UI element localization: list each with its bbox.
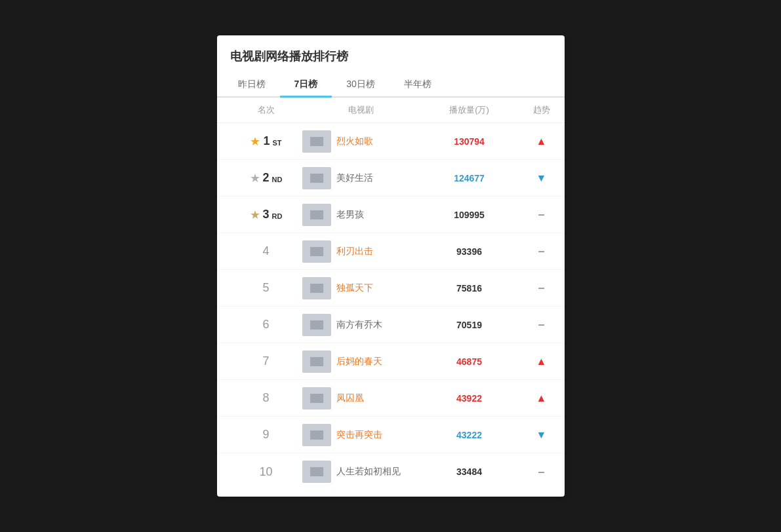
rank-cell-9: 9 — [230, 428, 302, 442]
rank-suffix: ST — [272, 139, 281, 147]
drama-thumbnail — [302, 130, 331, 153]
drama-name: 老男孩 — [336, 209, 364, 221]
col-drama: 电视剧 — [302, 104, 420, 116]
rank-cell-5: 5 — [230, 281, 302, 295]
trend-icon: ▲ — [536, 136, 547, 147]
table-row: 9突击再突击43222▼ — [217, 417, 565, 453]
drama-name: 美好生活 — [336, 172, 373, 184]
drama-thumbnail — [302, 351, 331, 373]
rank-number: 2 — [263, 171, 270, 185]
rank-number: 10 — [259, 465, 272, 479]
trend-cell: ▲ — [519, 136, 565, 147]
trend-cell: ▼ — [519, 172, 565, 184]
drama-thumbnail — [302, 461, 331, 483]
drama-cell: 美好生活 — [302, 167, 420, 189]
tab-0[interactable]: 昨日榜 — [224, 73, 280, 98]
table-row: ★3RD老男孩109995– — [217, 197, 565, 233]
drama-thumbnail — [302, 424, 331, 446]
trend-icon: ▼ — [536, 172, 547, 184]
drama-name: 后妈的春天 — [336, 356, 382, 368]
views-cell: 46875 — [420, 356, 519, 367]
rank-cell-8: 8 — [230, 391, 302, 405]
table-header: 名次 电视剧 播放量(万) 趋势 — [217, 98, 565, 123]
drama-name: 人生若如初相见 — [336, 466, 401, 478]
drama-thumbnail — [302, 240, 331, 263]
ranking-card: 电视剧网络播放排行榜 昨日榜7日榜30日榜半年榜 名次 电视剧 播放量(万) 趋… — [217, 35, 565, 497]
drama-name: 突击再突击 — [336, 429, 382, 441]
rank-cell-10: 10 — [230, 465, 302, 479]
drama-thumbnail — [302, 167, 331, 189]
views-cell: 124677 — [420, 173, 519, 183]
table-row: 6南方有乔木70519– — [217, 307, 565, 343]
col-views: 播放量(万) — [420, 104, 519, 116]
table-body: ★1ST烈火如歌130794▲★2ND美好生活124677▼★3RD老男孩109… — [217, 123, 565, 490]
trend-cell: ▲ — [519, 356, 565, 368]
drama-cell: 利刃出击 — [302, 240, 420, 263]
table-row: ★1ST烈火如歌130794▲ — [217, 123, 565, 160]
table-row: 10人生若如初相见33484– — [217, 453, 565, 490]
col-trend: 趋势 — [519, 104, 565, 116]
views-cell: 130794 — [420, 136, 519, 147]
star-icon: ★ — [250, 208, 260, 222]
trend-cell: ▼ — [519, 429, 565, 441]
rank-number: 5 — [262, 281, 269, 295]
tab-2[interactable]: 30日榜 — [332, 73, 390, 98]
drama-cell: 南方有乔木 — [302, 314, 420, 336]
star-icon: ★ — [250, 134, 260, 149]
trend-icon: – — [538, 281, 544, 295]
table-row: 7后妈的春天46875▲ — [217, 343, 565, 380]
trend-cell: – — [519, 465, 565, 479]
rank-cell-4: 4 — [230, 244, 302, 258]
trend-icon: ▲ — [536, 356, 547, 368]
table-row: 8凤囚凰43922▲ — [217, 380, 565, 417]
tabs-container: 昨日榜7日榜30日榜半年榜 — [217, 73, 565, 98]
drama-cell: 独孤天下 — [302, 277, 420, 299]
views-cell: 33484 — [420, 466, 519, 477]
drama-name: 凤囚凰 — [336, 392, 364, 404]
table-row: ★2ND美好生活124677▼ — [217, 160, 565, 197]
card-title: 电视剧网络播放排行榜 — [217, 48, 565, 73]
drama-cell: 老男孩 — [302, 204, 420, 226]
drama-thumbnail — [302, 387, 331, 409]
rank-number: 6 — [262, 318, 269, 332]
trend-cell: – — [519, 244, 565, 258]
table-row: 4利刃出击93396– — [217, 233, 565, 270]
rank-cell-2: ★2ND — [230, 171, 302, 185]
rank-number: 1 — [263, 134, 270, 148]
rank-suffix: ND — [272, 176, 283, 183]
trend-icon: – — [538, 465, 544, 479]
trend-icon: – — [538, 208, 544, 221]
drama-cell: 突击再突击 — [302, 424, 420, 446]
views-cell: 43222 — [420, 430, 519, 440]
drama-name: 独孤天下 — [336, 282, 373, 294]
rank-number: 3 — [263, 208, 270, 221]
rank-cell-1: ★1ST — [230, 134, 302, 149]
rank-cell-7: 7 — [230, 354, 302, 368]
views-cell: 93396 — [420, 246, 519, 257]
trend-cell: – — [519, 208, 565, 221]
drama-thumbnail — [302, 314, 331, 336]
drama-cell: 凤囚凰 — [302, 387, 420, 409]
rank-suffix: RD — [272, 212, 283, 220]
rank-number: 8 — [262, 391, 269, 405]
col-rank: 名次 — [230, 104, 302, 116]
star-icon: ★ — [250, 171, 260, 185]
trend-cell: – — [519, 318, 565, 332]
views-cell: 109995 — [420, 210, 519, 220]
trend-cell: – — [519, 281, 565, 295]
trend-icon: ▲ — [536, 392, 547, 404]
drama-thumbnail — [302, 204, 331, 226]
drama-name: 南方有乔木 — [336, 319, 382, 331]
rank-number: 7 — [262, 354, 269, 368]
views-cell: 43922 — [420, 393, 519, 404]
tab-1[interactable]: 7日榜 — [280, 73, 332, 98]
tab-3[interactable]: 半年榜 — [390, 73, 446, 98]
rank-cell-3: ★3RD — [230, 208, 302, 222]
rank-number: 4 — [262, 244, 269, 258]
views-cell: 75816 — [420, 283, 519, 294]
drama-cell: 人生若如初相见 — [302, 461, 420, 483]
drama-cell: 烈火如歌 — [302, 130, 420, 153]
trend-cell: ▲ — [519, 392, 565, 404]
rank-cell-6: 6 — [230, 318, 302, 332]
drama-name: 烈火如歌 — [336, 136, 373, 147]
